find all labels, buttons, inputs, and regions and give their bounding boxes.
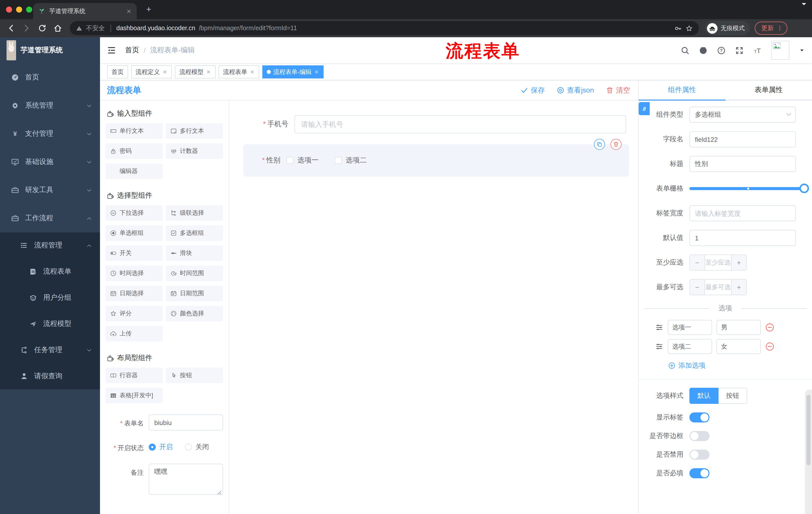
slider-handle[interactable]	[800, 184, 809, 193]
collapse-sidebar-icon[interactable]	[107, 46, 116, 55]
palette-item-date-range[interactable]: 日期范围	[166, 286, 223, 301]
style-default-button[interactable]: 默认	[689, 388, 719, 404]
sidebar-item-process-mgmt[interactable]: 流程管理	[0, 232, 100, 259]
close-icon[interactable]	[314, 70, 319, 75]
sidebar-item-infra[interactable]: 基础设施	[0, 148, 100, 176]
tag-chip-process-form[interactable]: 流程表单	[219, 65, 259, 78]
resize-handle-icon[interactable]	[217, 490, 222, 495]
palette-item-slider[interactable]: 滑块	[166, 245, 223, 261]
default-value-input[interactable]	[689, 230, 796, 246]
component-type-value[interactable]	[689, 107, 796, 123]
sidebar-item-process-model[interactable]: 流程模型	[0, 311, 100, 337]
browser-tab[interactable]: 芋道管理系统	[33, 3, 137, 19]
tag-chip-process-model[interactable]: 流程模型	[175, 65, 215, 78]
drag-handle-icon[interactable]	[655, 323, 663, 331]
tag-chip-process-def[interactable]: 流程定义	[131, 65, 172, 78]
palette-item-upload[interactable]: 上传	[106, 326, 163, 342]
reload-icon[interactable]	[38, 24, 47, 33]
password-key-icon[interactable]	[674, 24, 682, 32]
tab-component-props[interactable]: 组件属性	[639, 80, 725, 100]
min-select-input[interactable]	[705, 255, 731, 270]
github-icon[interactable]	[699, 46, 707, 55]
sidebar-item-process-form[interactable]: 流程表单	[0, 259, 100, 285]
sidebar-item-user-group[interactable]: 用户分组	[0, 285, 100, 311]
sidebar-item-devtools[interactable]: 研发工具	[0, 176, 100, 204]
duplicate-component-button[interactable]	[594, 139, 605, 150]
clear-button[interactable]: 清空	[606, 86, 630, 95]
avatar[interactable]	[771, 41, 789, 60]
style-button-button[interactable]: 按钮	[719, 388, 747, 404]
canvas-field-gender-selected[interactable]: 性别 选项一 选项二	[243, 144, 629, 177]
breadcrumb-home[interactable]: 首页	[125, 46, 139, 55]
back-icon[interactable]	[6, 24, 16, 33]
search-icon[interactable]	[681, 46, 689, 55]
palette-item-time[interactable]: 时间选择	[106, 266, 163, 281]
phone-input[interactable]	[294, 115, 626, 133]
title-input[interactable]	[689, 156, 796, 172]
palette-item-password[interactable]: 密码	[106, 143, 163, 159]
scrollbar-thumb[interactable]	[807, 395, 811, 465]
increment-button[interactable]: +	[731, 280, 746, 295]
help-icon[interactable]: ?	[717, 46, 726, 55]
sidebar-item-system[interactable]: 系统管理	[0, 91, 100, 120]
tab-search-chevron-icon[interactable]	[800, 0, 808, 8]
palette-item-single-text[interactable]: 单行文本	[106, 123, 163, 139]
close-icon[interactable]	[162, 70, 167, 75]
tag-chip-form-edit-active[interactable]: 流程表单-编辑	[262, 65, 324, 78]
update-chrome-button[interactable]: 更新	[755, 22, 787, 35]
decrement-button[interactable]: −	[690, 255, 705, 270]
drag-handle-icon[interactable]	[655, 343, 663, 351]
tab-close-icon[interactable]	[126, 8, 132, 14]
canvas-field-phone[interactable]: 手机号	[229, 115, 638, 133]
delete-component-button[interactable]	[610, 139, 621, 150]
save-button[interactable]: 保存	[521, 86, 545, 95]
status-radio-off[interactable]: 关闭	[185, 442, 209, 452]
user-menu-caret-icon[interactable]	[799, 47, 805, 53]
not-secure-warning-icon[interactable]	[76, 25, 82, 31]
palette-item-table[interactable]: 表格[开发中]	[106, 388, 163, 403]
remove-option-icon[interactable]	[765, 342, 774, 351]
palette-item-counter[interactable]: 123计数器	[166, 143, 223, 159]
forward-icon[interactable]	[22, 24, 31, 33]
address-bar[interactable]: 不安全 dashboard.yudao.iocoder.cn/bpm/manag…	[70, 21, 699, 35]
add-option-button[interactable]: 添加选项	[668, 361, 812, 370]
palette-item-time-range[interactable]: 时间范围	[166, 266, 223, 281]
minimize-window-button[interactable]	[16, 6, 22, 12]
tab-form-props[interactable]: 表单属性	[725, 80, 812, 100]
close-icon[interactable]	[250, 70, 255, 75]
fullscreen-icon[interactable]	[735, 46, 744, 55]
label-width-input[interactable]	[689, 205, 796, 221]
sidebar-item-payment[interactable]: ¥ 支付管理	[0, 120, 100, 148]
font-size-icon[interactable]: TT	[753, 46, 762, 55]
slider-track[interactable]	[689, 187, 805, 190]
palette-item-date[interactable]: 日期选择	[106, 286, 163, 301]
option-name-input[interactable]	[668, 339, 712, 354]
zoom-window-button[interactable]	[26, 6, 32, 12]
checkbox-unchecked[interactable]	[286, 157, 293, 164]
sidebar-item-workflow[interactable]: 工作流程	[0, 204, 100, 232]
tag-chip-home[interactable]: 首页	[107, 65, 128, 78]
gender-option-2[interactable]: 选项二	[335, 156, 367, 165]
required-switch[interactable]	[689, 468, 709, 478]
max-select-input[interactable]	[705, 280, 731, 295]
view-json-button[interactable]: 查看json	[557, 86, 594, 95]
option-name-input[interactable]	[668, 320, 712, 335]
field-name-input[interactable]	[689, 131, 796, 147]
close-window-button[interactable]	[6, 6, 12, 12]
option-value-input[interactable]	[717, 320, 761, 335]
palette-item-radio-group[interactable]: 单选框组	[106, 225, 163, 241]
sidebar-item-home[interactable]: 首页	[0, 63, 100, 91]
bookmark-star-icon[interactable]	[685, 24, 693, 32]
scrollbar-track[interactable]	[805, 390, 812, 514]
remove-option-icon[interactable]	[765, 323, 774, 332]
collapse-panel-handle[interactable]	[639, 102, 650, 115]
palette-item-editor[interactable]: 编辑器	[106, 163, 163, 179]
palette-item-color[interactable]: 颜色选择	[166, 306, 223, 321]
palette-item-row-container[interactable]: 行容器	[106, 368, 163, 383]
disabled-switch[interactable]	[689, 450, 709, 460]
palette-item-rate[interactable]: 评分	[106, 306, 163, 321]
palette-item-select[interactable]: 下拉选择	[106, 205, 163, 221]
close-icon[interactable]	[206, 70, 211, 75]
home-icon[interactable]	[53, 24, 62, 33]
browser-menu-dots-icon[interactable]	[777, 25, 783, 32]
